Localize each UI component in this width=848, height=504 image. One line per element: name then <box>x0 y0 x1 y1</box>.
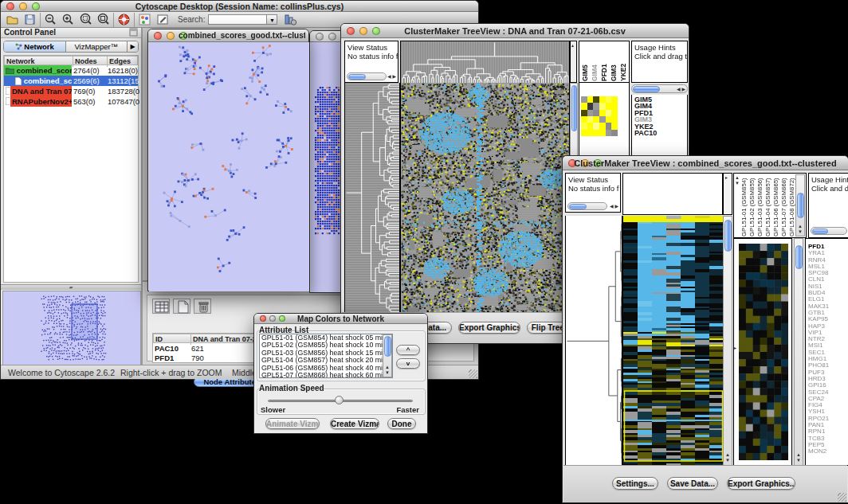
create-vizmap-button[interactable]: Create Vizmap <box>330 418 379 429</box>
column-label[interactable]: GPL51-06 (GSM865) <box>772 174 779 236</box>
attribute-item[interactable]: GPL51-07 (GSM868) heat shock 60 min <box>260 372 392 378</box>
matrix-cell[interactable] <box>606 110 612 116</box>
column-label[interactable]: PFD1 <box>600 42 608 81</box>
matrix-cell[interactable] <box>606 130 612 136</box>
matrix-cell[interactable] <box>606 116 612 123</box>
resize-grip[interactable] <box>469 369 477 378</box>
help-lifering-icon[interactable] <box>117 13 131 26</box>
column-label[interactable]: YKE2 <box>619 42 627 81</box>
delete-attribute-icon[interactable] <box>194 299 211 314</box>
column-label[interactable]: GPL51-08 (GSM872) <box>788 174 795 236</box>
matrix-cell[interactable] <box>593 103 599 109</box>
matrix-cell[interactable] <box>611 103 618 109</box>
treeview2-titlebar[interactable]: ClusterMaker TreeView : combined_scores_… <box>563 156 848 170</box>
matrix-cell[interactable] <box>606 103 612 109</box>
network-table-header[interactable]: Network Nodes Edges <box>4 56 138 65</box>
move-up-button[interactable]: ^ <box>396 345 420 355</box>
matrix-cell[interactable] <box>587 116 594 123</box>
close-icon[interactable] <box>316 33 324 41</box>
matrix-cell[interactable] <box>587 110 594 116</box>
matrix-cell[interactable] <box>599 110 606 116</box>
move-down-button[interactable]: v <box>396 358 420 369</box>
network-view-canvas[interactable] <box>149 42 309 291</box>
matrix-cell[interactable] <box>611 130 618 136</box>
tv2-gene-scrollbar[interactable]: ▲▼ <box>794 238 803 466</box>
main-titlebar[interactable]: Cytoscape Desktop (Session Name: collins… <box>1 1 478 12</box>
zoom-selected-icon[interactable] <box>79 13 92 26</box>
panel-float-icon[interactable] <box>129 28 138 38</box>
search-input[interactable] <box>208 14 267 25</box>
dialog-titlebar[interactable]: Map Colors to Network <box>254 314 427 324</box>
layout-icon[interactable] <box>138 13 151 26</box>
speed-slider-thumb[interactable] <box>335 396 344 404</box>
matrix-cell[interactable] <box>587 96 594 103</box>
column-label[interactable]: PAC10 <box>629 42 630 81</box>
column-label[interactable]: GPL51-01 (GSM854) <box>740 174 748 236</box>
scroll-arrows[interactable]: ▲▼ <box>796 452 801 463</box>
open-file-icon[interactable] <box>6 13 19 26</box>
gene-label[interactable]: MON2 <box>808 448 829 455</box>
matrix-cell[interactable] <box>587 123 594 129</box>
tv2-status-scrollbar[interactable] <box>567 202 607 210</box>
network-row-rnapuber[interactable]: RNAPuberNov2+ 563(0) 107847(0) <box>4 96 138 107</box>
scroll-arrows[interactable]: ▲▼ <box>385 365 390 376</box>
table-icon[interactable] <box>152 299 170 314</box>
attribute-listbox[interactable]: GPL51-01 (GSM854) heat shock 05 minGPL51… <box>259 334 393 378</box>
matrix-cell[interactable] <box>587 130 594 136</box>
scroll-arrows[interactable]: ◀ ▶ <box>387 74 396 80</box>
matrix-cell[interactable] <box>581 110 587 116</box>
column-label[interactable]: GPL51-04 (GSM857) <box>764 174 771 236</box>
matrix-cell[interactable] <box>606 96 612 103</box>
matrix-cell[interactable] <box>593 116 599 123</box>
attribute-list-scrollbar[interactable]: ▲▼ <box>383 334 392 377</box>
network-row-dna-tran[interactable]: DNA and Tran 07 769(0) 183728(0) <box>4 86 138 96</box>
tab-vizmapper[interactable]: VizMapper™ <box>66 41 128 52</box>
network-overview-canvas[interactable] <box>2 291 141 366</box>
matrix-cell[interactable] <box>581 130 587 136</box>
matrix-cell[interactable] <box>611 123 618 129</box>
done-button[interactable]: Done <box>387 418 416 429</box>
matrix-cell[interactable] <box>581 103 587 109</box>
animate-vizmap-button[interactable]: Animate Vizmap <box>265 418 320 429</box>
tv2-heatmap-canvas[interactable] <box>622 216 724 467</box>
tv1-export-graphics-button[interactable]: Export Graphics... <box>458 322 520 334</box>
matrix-cell[interactable] <box>593 96 599 103</box>
matrix-cell[interactable] <box>599 103 606 109</box>
save-icon[interactable] <box>23 13 37 26</box>
matrix-cell[interactable] <box>581 116 587 123</box>
matrix-cell[interactable] <box>599 130 606 136</box>
matrix-cell[interactable] <box>587 103 594 109</box>
tab-overflow-button[interactable]: ▶ <box>127 41 138 52</box>
column-label[interactable]: GIM3 <box>610 42 618 81</box>
tv1-similarity-matrix[interactable] <box>581 96 618 136</box>
network-row-combined-sco-selected[interactable]: combined_sco 2569(6) 13112(15) <box>4 76 138 86</box>
matrix-cell[interactable] <box>606 123 612 129</box>
matrix-cell[interactable] <box>593 123 599 129</box>
network1-titlebar[interactable]: combined_scores_good.txt--cluste... <box>148 29 308 42</box>
chart-settings-icon[interactable] <box>284 13 297 26</box>
resize-grip[interactable] <box>838 493 846 502</box>
matrix-cell[interactable] <box>611 116 618 123</box>
new-attribute-icon[interactable] <box>173 299 190 314</box>
tv2-zoom-heatmap-canvas[interactable] <box>739 244 788 460</box>
tv2-settings-button[interactable]: Settings... <box>612 477 658 490</box>
matrix-cell[interactable] <box>599 116 606 123</box>
search-dropdown-button[interactable]: ▼ <box>267 14 277 25</box>
tv2-row-dendrogram[interactable] <box>565 216 622 467</box>
matrix-cell[interactable] <box>599 96 606 103</box>
scroll-arrows[interactable]: ▲▼ <box>725 452 730 463</box>
matrix-cell[interactable] <box>593 130 599 136</box>
annotation-icon[interactable] <box>156 13 170 26</box>
tab-network[interactable]: Network <box>4 41 66 52</box>
tv2-collabel-scrollbar[interactable]: ▲▼ <box>795 174 805 236</box>
network-row-combined-scores[interactable]: combined_scores 2764(0) 16218(0) <box>4 65 138 76</box>
matrix-cell[interactable] <box>599 123 606 129</box>
scroll-arrow-icon[interactable]: ▸ <box>725 175 728 181</box>
matrix-cell[interactable] <box>593 110 599 116</box>
column-label[interactable]: GIM5 <box>581 42 589 81</box>
row-label[interactable]: PAC10 <box>634 130 657 136</box>
column-label[interactable]: GIM4 <box>591 42 599 81</box>
tv1-hints-scrollbar[interactable]: ◀ ▶ <box>631 84 688 93</box>
scroll-arrows[interactable]: ▲▼ <box>798 224 803 235</box>
scroll-arrows[interactable]: ◀ ▶ <box>677 87 685 92</box>
